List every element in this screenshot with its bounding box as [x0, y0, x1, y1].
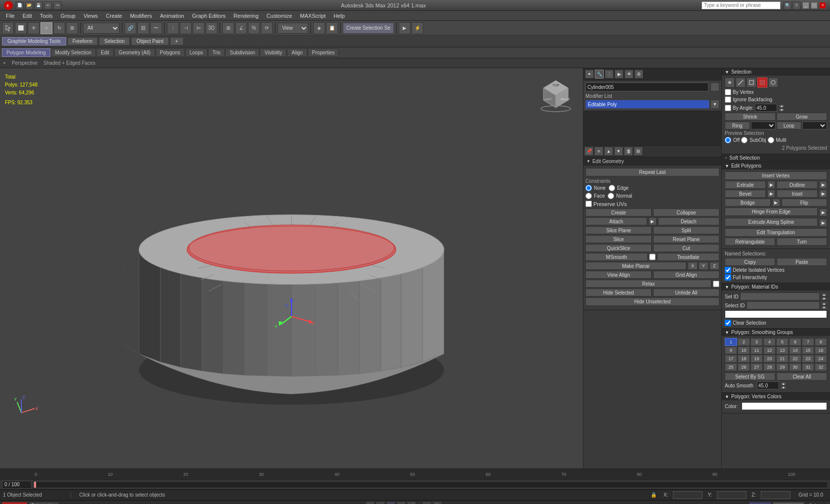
menu-help[interactable]: Help	[330, 12, 349, 20]
help-button[interactable]: ?	[792, 1, 800, 9]
edge-mode-btn[interactable]	[736, 78, 746, 87]
sg-btn-27[interactable]: 27	[750, 363, 763, 371]
sg-btn-31[interactable]: 31	[802, 363, 814, 371]
make-planar-btn[interactable]: Make Planar	[585, 262, 686, 270]
sg-btn-20[interactable]: 20	[763, 355, 776, 363]
viewport-perspective[interactable]: Perspective	[12, 60, 38, 66]
make-planar-y-btn[interactable]: Y	[699, 262, 708, 270]
prev-frame-btn[interactable]: ◀	[376, 502, 385, 504]
clear-selection-check[interactable]	[725, 320, 731, 326]
mirror-btn[interactable]: ⊣	[180, 22, 192, 34]
msmooth-btn[interactable]: MSmooth	[585, 253, 648, 261]
select-btn[interactable]: ⊹	[41, 22, 52, 34]
mod-nav-show-end[interactable]: ⊞	[634, 147, 643, 156]
viewport[interactable]: Total Polys: 127,548 Verts: 64,296 FPS: …	[0, 68, 583, 468]
sg-btn-26[interactable]: 26	[738, 363, 750, 371]
hierarchy-btn[interactable]: ⋮	[167, 22, 179, 34]
named-select-btn[interactable]: ◈	[313, 22, 325, 34]
edit-triangulation-btn[interactable]: Edit Triangulation	[725, 228, 827, 237]
loop-select[interactable]	[802, 122, 827, 129]
repeat-last-btn[interactable]: Repeat Last	[585, 168, 719, 176]
sg-btn-9[interactable]: 9	[725, 346, 737, 354]
retriangulate-btn[interactable]: Retriangulate	[725, 238, 775, 246]
quick-render-btn[interactable]: ⚡	[412, 22, 423, 34]
menu-group[interactable]: Group	[56, 12, 80, 20]
sg-btn-19[interactable]: 19	[750, 355, 763, 363]
hinge-options-btn[interactable]: ▶	[819, 209, 827, 216]
vertex-color-swatch[interactable]	[742, 402, 827, 410]
extrude-btn[interactable]: Extrude	[725, 181, 766, 189]
relax-check[interactable]	[713, 281, 719, 287]
preserve-uvs-check[interactable]	[585, 201, 592, 207]
tab-freeform[interactable]: Freeform	[67, 37, 98, 45]
timeline[interactable]: 0 / 100	[0, 479, 830, 489]
delete-isolated-check[interactable]	[725, 267, 731, 273]
select-object-btn[interactable]	[2, 22, 14, 34]
go-end-btn[interactable]: ▶|	[407, 502, 416, 504]
poly-tab-modify-selection[interactable]: Modify Selection	[51, 48, 96, 57]
ignore-backfacing-check[interactable]	[725, 96, 731, 103]
angle-down-btn[interactable]: ▼	[779, 108, 785, 112]
go-start-btn[interactable]: |◀	[366, 502, 374, 504]
sg-btn-2[interactable]: 2	[738, 338, 750, 346]
sg-btn-6[interactable]: 6	[789, 338, 801, 346]
sg-btn-21[interactable]: 21	[776, 355, 788, 363]
set-id-up[interactable]: ▲	[821, 293, 827, 296]
select-id-input[interactable]	[747, 301, 820, 309]
sg-btn-14[interactable]: 14	[789, 346, 801, 354]
sg-btn-32[interactable]: 32	[815, 363, 827, 371]
panel-motion-icon[interactable]: ▶	[615, 70, 623, 79]
object-name-input[interactable]	[585, 83, 708, 91]
mod-nav-delete[interactable]: 🗑	[624, 147, 633, 156]
border-mode-btn[interactable]	[747, 78, 756, 87]
sg-btn-12[interactable]: 12	[763, 346, 776, 354]
scale-btn[interactable]: ⊞	[66, 22, 78, 34]
menu-tools[interactable]: Tools	[36, 12, 57, 20]
align-btn[interactable]: ⊨	[193, 22, 205, 34]
full-interactivity-check[interactable]	[725, 274, 731, 281]
key-filters-btn[interactable]: Key Filters...	[773, 502, 804, 504]
angle-up-btn[interactable]: ▲	[779, 104, 785, 108]
relax-btn[interactable]: Relax	[585, 280, 711, 288]
select-id-up[interactable]: ▲	[821, 302, 827, 305]
attach-options-btn[interactable]: ▶	[649, 217, 657, 225]
sg-btn-13[interactable]: 13	[776, 346, 788, 354]
bevel-btn[interactable]: Bevel	[725, 190, 766, 198]
hide-selected-btn[interactable]: Hide Selected	[585, 289, 652, 296]
grow-btn[interactable]: Grow	[777, 113, 828, 121]
selection-filter[interactable]: All Geometry Shapes	[83, 23, 120, 34]
panel-create-icon[interactable]: ✦	[585, 70, 594, 79]
next-frame-btn[interactable]: ▶	[397, 502, 406, 504]
menu-file[interactable]: File	[2, 12, 19, 20]
toggle-3d-btn[interactable]: 3D	[206, 22, 217, 34]
mod-nav-pin[interactable]: 📌	[584, 147, 593, 156]
auto-smooth-down[interactable]: ▼	[781, 386, 787, 389]
toolbar-new[interactable]: 📄	[16, 1, 24, 9]
cut-btn[interactable]: Cut	[653, 244, 719, 252]
constraint-none-radio[interactable]	[585, 185, 592, 191]
slice-btn[interactable]: Slice	[585, 235, 652, 243]
vertex-mode-btn[interactable]	[725, 78, 735, 87]
by-vertex-check[interactable]	[725, 89, 731, 95]
quickslice-btn[interactable]: QuickSlice	[585, 244, 652, 252]
make-planar-x-btn[interactable]: X	[688, 262, 698, 270]
paste-selection-btn[interactable]: Paste	[777, 258, 827, 266]
copy-selection-btn[interactable]: Copy	[725, 258, 775, 266]
layer-manager-btn[interactable]: 📋	[326, 22, 338, 34]
snap-toggle[interactable]: ⊞	[222, 22, 234, 34]
search-button[interactable]: 🔍	[784, 1, 791, 9]
bevel-options-btn[interactable]: ▶	[767, 190, 775, 198]
constraint-edge-radio[interactable]	[609, 185, 615, 191]
sg-btn-29[interactable]: 29	[776, 363, 788, 371]
by-angle-check[interactable]	[725, 105, 731, 111]
close-button[interactable]: ✕	[819, 2, 826, 9]
link-btn[interactable]: 🔗	[124, 22, 136, 34]
sg-btn-23[interactable]: 23	[802, 355, 814, 363]
key-mode-btn[interactable]: ⊞	[422, 502, 431, 504]
menu-views[interactable]: Views	[80, 12, 102, 20]
tessellate-btn[interactable]: Tessellate	[657, 253, 719, 261]
toolbar-open[interactable]: 📂	[25, 1, 33, 9]
by-angle-input[interactable]	[755, 104, 777, 112]
collapse-btn[interactable]: Collapse	[653, 209, 719, 216]
poly-tab-loops[interactable]: Loops	[185, 48, 208, 57]
